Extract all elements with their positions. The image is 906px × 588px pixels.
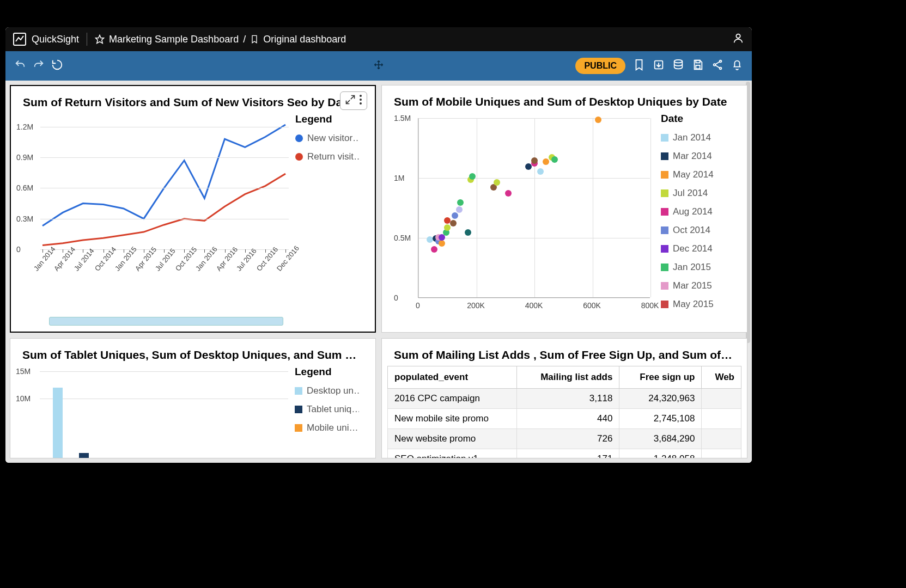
table-cell <box>702 429 741 449</box>
line-chart[interactable]: 00.3M0.6M0.9M1.2M Jan 2014Apr 2014Jul 20… <box>16 113 289 287</box>
table-row[interactable]: New website promo7263,684,290 <box>388 429 741 449</box>
table-cell: New mobile site promo <box>388 409 517 429</box>
star-icon[interactable] <box>95 34 105 44</box>
legend-item[interactable]: New visitor… <box>295 133 360 144</box>
share-icon[interactable] <box>712 59 723 73</box>
table-cell <box>702 449 741 459</box>
table-cell <box>702 389 741 409</box>
panel-title: Sum of Return Visitors and Sum of New Vi… <box>11 86 375 113</box>
svg-point-9 <box>360 95 362 97</box>
table-cell: 3,684,290 <box>619 429 702 449</box>
bookmark-icon[interactable] <box>250 34 259 44</box>
chart-legend: Date Jan 2014Mar 2014May 2014Jul 2014Aug… <box>654 113 725 320</box>
table-header[interactable]: Free sign up <box>619 366 702 389</box>
bar-chart[interactable]: 10M15M <box>16 366 288 458</box>
reset-icon[interactable] <box>51 59 63 73</box>
table-header[interactable]: Web <box>702 366 741 389</box>
table-row[interactable]: 2016 CPC campaign3,11824,320,963 <box>388 389 741 409</box>
chart-legend: Legend Desktop un…Tablet uniq…Mobile uni… <box>288 366 359 458</box>
table-cell: SEO optimization v1 <box>388 449 517 459</box>
divider <box>87 33 87 46</box>
legend-title: Date <box>661 113 725 125</box>
table-cell: 726 <box>517 429 619 449</box>
legend-item[interactable]: Aug 2014 <box>661 206 725 217</box>
toolbar: PUBLIC <box>5 51 752 81</box>
legend-item[interactable]: Oct 2014 <box>661 225 725 236</box>
redo-icon[interactable] <box>33 59 45 73</box>
panel-tools <box>340 91 367 110</box>
chart-legend: Legend New visitor… Return visit… <box>289 113 360 287</box>
panel-title: Sum of Mobile Uniques and Sum of Desktop… <box>382 85 747 113</box>
table-header[interactable]: populated_event <box>388 366 517 389</box>
table-row[interactable]: SEO optimization v11711,248,058 <box>388 449 741 459</box>
panel-title: Sum of Mailing List Adds , Sum of Free S… <box>382 339 747 366</box>
legend-item[interactable]: Jul 2014 <box>661 188 725 199</box>
legend-item[interactable]: May 2015 <box>661 299 725 310</box>
expand-icon[interactable] <box>345 94 356 107</box>
panel-title: Sum of Tablet Uniques, Sum of Desktop Un… <box>10 339 375 366</box>
svg-rect-5 <box>696 65 700 69</box>
panel-campaign-table[interactable]: Sum of Mailing List Adds , Sum of Free S… <box>381 338 747 458</box>
table-cell: 1,248,058 <box>619 449 702 459</box>
panel-device-bar[interactable]: Sum of Tablet Uniques, Sum of Desktop Un… <box>10 338 376 458</box>
table-row[interactable]: New mobile site promo4402,745,108 <box>388 409 741 429</box>
legend-item[interactable]: Desktop un… <box>295 385 359 396</box>
svg-rect-4 <box>696 60 700 63</box>
legend-item[interactable]: Mobile uni… <box>295 422 359 433</box>
svg-point-3 <box>674 60 683 63</box>
data-icon[interactable] <box>672 59 684 73</box>
table-cell: 2016 CPC campaign <box>388 389 517 409</box>
legend-title: Legend <box>295 366 359 378</box>
table-cell <box>702 409 741 429</box>
table-cell: New website promo <box>388 429 517 449</box>
svg-point-6 <box>714 64 716 66</box>
panel-visitors-line[interactable]: Sum of Return Visitors and Sum of New Vi… <box>10 85 376 333</box>
chart-range-slider[interactable] <box>49 317 283 326</box>
svg-point-11 <box>360 102 362 105</box>
table-header[interactable]: Mailing list adds <box>517 366 619 389</box>
crumb-original[interactable]: Original dashboard <box>263 34 346 45</box>
svg-point-7 <box>720 60 722 63</box>
table-cell: 3,118 <box>517 389 619 409</box>
legend-item[interactable]: Jan 2015 <box>661 262 725 273</box>
more-icon[interactable] <box>359 94 362 107</box>
bookmark-toolbar-icon[interactable] <box>633 59 645 73</box>
titlebar: QuickSight Marketing Sample Dashboard / … <box>5 27 752 51</box>
bell-icon[interactable] <box>731 59 743 73</box>
crumb-dashboard[interactable]: Marketing Sample Dashboard <box>109 34 239 45</box>
public-badge[interactable]: PUBLIC <box>575 58 625 74</box>
legend-item[interactable]: May 2014 <box>661 169 725 180</box>
legend-item[interactable]: Dec 2014 <box>661 243 725 254</box>
crumb-sep: / <box>243 34 246 45</box>
breadcrumb: Marketing Sample Dashboard / Original da… <box>95 34 346 45</box>
svg-point-1 <box>736 34 740 38</box>
user-icon[interactable] <box>732 32 744 47</box>
undo-icon[interactable] <box>14 59 26 73</box>
table-cell: 2,745,108 <box>619 409 702 429</box>
app-window: QuickSight Marketing Sample Dashboard / … <box>5 27 752 463</box>
table-cell: 171 <box>517 449 619 459</box>
dashboard-grid: Sum of Return Visitors and Sum of New Vi… <box>5 81 752 463</box>
scatter-chart[interactable]: 00.5M1M1.5M0200K400K600K800K <box>387 113 654 320</box>
legend-item[interactable]: Mar 2015 <box>661 280 725 291</box>
svg-point-8 <box>720 68 722 70</box>
quicksight-logo-icon <box>13 33 26 46</box>
legend-item[interactable]: Return visit… <box>295 151 360 162</box>
table-cell: 24,320,963 <box>619 389 702 409</box>
legend-title: Legend <box>295 113 360 125</box>
data-table[interactable]: populated_eventMailing list addsFree sig… <box>387 366 741 458</box>
export-icon[interactable] <box>653 59 665 73</box>
table-cell: 440 <box>517 409 619 429</box>
svg-marker-0 <box>96 35 104 44</box>
legend-item[interactable]: Jan 2014 <box>661 132 725 143</box>
brand[interactable]: QuickSight <box>13 33 79 46</box>
panel-uniques-scatter[interactable]: Sum of Mobile Uniques and Sum of Desktop… <box>381 85 747 333</box>
svg-point-10 <box>360 99 362 101</box>
move-icon[interactable] <box>374 60 384 72</box>
save-icon[interactable] <box>692 59 704 73</box>
brand-name: QuickSight <box>32 34 79 45</box>
legend-item[interactable]: Mar 2014 <box>661 151 725 162</box>
legend-item[interactable]: Tablet uniq… <box>295 404 359 415</box>
